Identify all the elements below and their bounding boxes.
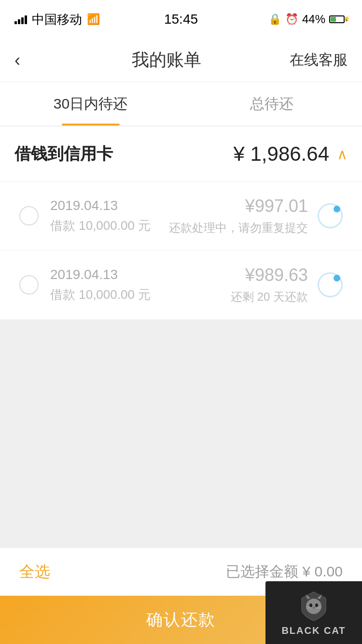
bill-circle-icon-2 — [318, 272, 343, 297]
bill-status-1: 还款处理中，请勿重复提交 — [169, 220, 308, 236]
bill-date-2: 2019.04.13 — [50, 267, 231, 282]
bill-desc-1: 借款 10,000.00 元 — [50, 217, 169, 234]
section-title: 借钱到信用卡 — [14, 143, 113, 165]
select-all-button[interactable]: 全选 — [19, 561, 50, 583]
bill-circle-icon-1 — [318, 203, 343, 228]
svg-point-4 — [315, 603, 318, 607]
bill-desc-2: 借款 10,000.00 元 — [50, 286, 231, 303]
status-right: 🔒 ⏰ 44% ⚡ — [237, 13, 348, 26]
nav-bar: ‹ 我的账单 在线客服 — [0, 39, 362, 82]
carrier-label: 中国移动 — [32, 11, 82, 28]
status-time: 15:45 — [125, 12, 237, 27]
status-left: 中国移动 📶 — [14, 11, 125, 28]
customer-service-button[interactable]: 在线客服 — [290, 50, 348, 70]
bill-item-info-2: 2019.04.13 借款 10,000.00 元 — [50, 267, 231, 303]
back-button[interactable]: ‹ — [14, 50, 43, 70]
bill-right-1: ¥997.01 还款处理中，请勿重复提交 — [169, 196, 308, 236]
lock-icon: 🔒 — [268, 13, 281, 26]
content-area: 借钱到信用卡 ¥ 1,986.64 ∧ 2019.04.13 借款 10,000… — [0, 127, 362, 320]
bill-item-info-1: 2019.04.13 借款 10,000.00 元 — [50, 198, 169, 234]
bill-status-2: 还剩 20 天还款 — [231, 289, 308, 305]
tabs-container: 30日内待还 总待还 — [0, 82, 362, 126]
bill-date-1: 2019.04.13 — [50, 198, 169, 213]
black-cat-icon — [297, 589, 331, 623]
confirm-button-label: 确认还款 — [146, 609, 216, 631]
status-bar: 中国移动 📶 15:45 🔒 ⏰ 44% ⚡ — [0, 0, 362, 39]
alarm-icon: ⏰ — [285, 13, 298, 26]
bill-right-2: ¥989.63 还剩 20 天还款 — [231, 265, 308, 305]
battery-label: 44% — [302, 13, 325, 26]
bill-checkbox-2[interactable] — [19, 275, 39, 294]
bill-item: 2019.04.13 借款 10,000.00 元 ¥997.01 还款处理中，… — [0, 182, 362, 251]
tab-total[interactable]: 总待还 — [181, 82, 362, 126]
bill-amount-2: ¥989.63 — [231, 265, 308, 285]
section-header: 借钱到信用卡 ¥ 1,986.64 ∧ — [0, 127, 362, 182]
black-cat-text: BLACK CAT — [281, 625, 346, 636]
page-title: 我的账单 — [132, 48, 201, 72]
signal-icon — [14, 14, 27, 24]
bill-checkbox-1[interactable] — [19, 206, 39, 225]
battery-icon: ⚡ — [329, 15, 348, 23]
bill-amount-1: ¥997.01 — [169, 196, 308, 216]
selected-amount-label: 已选择金额 ¥ 0.00 — [226, 562, 343, 582]
black-cat-logo: BLACK CAT — [265, 581, 362, 644]
section-total-amount: ¥ 1,986.64 ∧ — [233, 142, 348, 166]
chevron-up-icon[interactable]: ∧ — [337, 146, 348, 163]
svg-point-0 — [306, 599, 321, 614]
total-amount-value: ¥ 1,986.64 — [233, 142, 329, 166]
tab-30days[interactable]: 30日内待还 — [0, 82, 181, 126]
svg-point-3 — [309, 603, 312, 607]
wifi-icon: 📶 — [87, 13, 100, 26]
bill-item-2: 2019.04.13 借款 10,000.00 元 ¥989.63 还剩 20 … — [0, 251, 362, 320]
